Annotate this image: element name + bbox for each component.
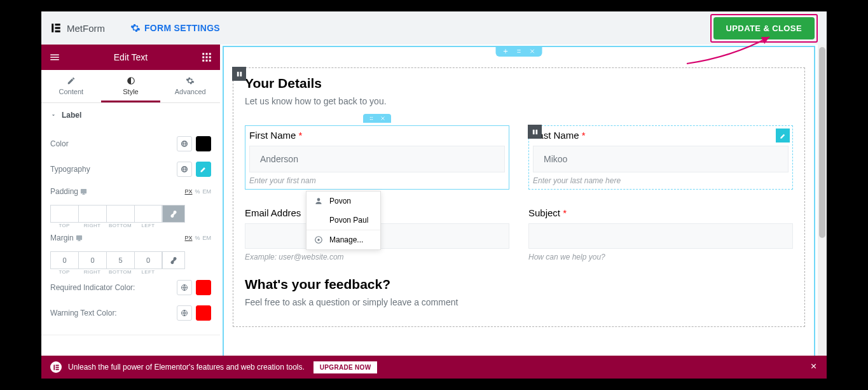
sidebar-header: Edit Text — [41, 45, 220, 70]
unit-px[interactable]: PX — [184, 235, 192, 241]
req-color-swatch[interactable] — [196, 280, 211, 295]
caret-down-icon — [50, 112, 57, 118]
control-color: Color — [50, 131, 211, 157]
pencil-icon — [780, 132, 787, 139]
svg-point-25 — [372, 117, 373, 118]
svg-point-35 — [317, 198, 320, 201]
first-name-label: First Name * — [245, 126, 509, 143]
link-icon — [170, 256, 177, 264]
globe-icon — [181, 165, 188, 173]
form-settings-label: FORM SETTINGS — [144, 23, 220, 33]
global-req-color-button[interactable] — [177, 280, 192, 295]
svg-rect-4 — [202, 53, 204, 55]
control-typography: Typography — [50, 157, 211, 182]
section-toolbar[interactable] — [496, 46, 542, 57]
field-subject[interactable]: Subject * How can we help you? — [528, 207, 793, 261]
margin-top[interactable] — [50, 251, 78, 269]
svg-point-26 — [370, 119, 371, 120]
column-handle[interactable] — [528, 125, 542, 139]
column-handle[interactable] — [232, 67, 246, 81]
upgrade-banner: Unleash the full power of Elementor's fe… — [41, 356, 827, 379]
plus-icon[interactable] — [502, 48, 509, 55]
svg-rect-31 — [53, 365, 55, 370]
autofill-option[interactable]: Povon — [307, 192, 380, 211]
svg-rect-3 — [55, 31, 60, 32]
banner-text: Unleash the full power of Elementor's fe… — [68, 363, 305, 372]
unit-px[interactable]: PX — [184, 188, 192, 195]
close-icon[interactable] — [380, 115, 386, 122]
padding-right[interactable] — [78, 205, 106, 223]
padding-bottom[interactable] — [106, 205, 134, 223]
color-swatch[interactable] — [196, 136, 211, 151]
close-icon[interactable] — [529, 48, 536, 55]
margin-link-toggle[interactable] — [162, 251, 185, 269]
svg-rect-9 — [209, 57, 211, 59]
drag-icon[interactable] — [516, 48, 523, 55]
svg-rect-30 — [535, 129, 537, 134]
autofill-manage[interactable]: Manage... — [307, 230, 380, 249]
unit-pct[interactable]: % — [195, 188, 200, 195]
scroll-thumb[interactable] — [819, 47, 825, 238]
unit-pct[interactable]: % — [195, 235, 200, 241]
unit-em[interactable]: EM — [203, 188, 212, 195]
banner-close-button[interactable] — [809, 362, 818, 372]
gear-icon — [186, 76, 195, 85]
margin-right[interactable] — [78, 251, 106, 269]
svg-rect-8 — [206, 57, 208, 59]
globe-icon — [181, 140, 188, 148]
edit-typo-button[interactable] — [196, 162, 211, 177]
sub-your-details: Let us know how to get back to you. — [245, 96, 793, 106]
tab-advanced[interactable]: Advanced — [160, 70, 220, 102]
padding-left[interactable] — [134, 205, 162, 223]
padding-link-toggle[interactable] — [162, 205, 185, 223]
svg-point-27 — [371, 119, 371, 120]
svg-point-18 — [517, 52, 518, 53]
control-req-color: Required Indicator Color: — [50, 275, 211, 300]
form-settings-link[interactable]: FORM SETTINGS — [130, 23, 220, 33]
heading-feedback: What's your feedback? — [245, 277, 793, 292]
field-first-name[interactable]: First Name * Anderson Enter your first n… — [245, 125, 509, 190]
first-name-hint: Enter your first nam — [245, 175, 509, 189]
global-typo-button[interactable] — [177, 162, 192, 177]
grid-icon[interactable] — [201, 52, 212, 63]
section-label-toggle[interactable]: Label — [41, 103, 220, 127]
global-color-button[interactable] — [177, 136, 192, 151]
svg-rect-33 — [55, 366, 59, 368]
svg-rect-11 — [206, 60, 208, 62]
margin-left[interactable] — [134, 251, 162, 269]
autofill-option[interactable]: Povon Paul — [307, 211, 380, 230]
subject-label: Subject * — [528, 207, 793, 218]
subject-input[interactable] — [528, 223, 793, 249]
edit-widget-button[interactable] — [776, 129, 790, 143]
drag-icon — [368, 115, 375, 122]
tab-style[interactable]: Style — [101, 70, 161, 102]
last-name-input[interactable]: Mikoo — [533, 146, 789, 172]
upgrade-now-button[interactable]: UPGRADE NOW — [313, 361, 378, 373]
column-toolbar[interactable] — [363, 114, 391, 123]
annotation-arrow — [680, 32, 782, 70]
link-icon — [170, 210, 177, 218]
padding-top[interactable] — [50, 205, 78, 223]
scrollbar[interactable] — [818, 45, 827, 379]
last-name-hint: Enter your last name here — [529, 175, 792, 189]
desktop-icon — [80, 188, 87, 195]
first-name-input[interactable]: Anderson — [249, 146, 505, 172]
field-last-name[interactable]: Last Name * Mikoo Enter your last name h… — [528, 125, 793, 190]
warn-color-swatch[interactable] — [196, 305, 211, 321]
global-warn-color-button[interactable] — [177, 305, 192, 321]
margin-inputs — [50, 251, 211, 269]
svg-rect-1 — [55, 24, 60, 25]
column-icon — [236, 71, 243, 78]
svg-rect-10 — [202, 60, 204, 62]
svg-rect-22 — [240, 71, 242, 76]
unit-em[interactable]: EM — [203, 235, 212, 241]
pencil-icon — [200, 165, 207, 173]
pencil-icon — [67, 76, 76, 85]
margin-bottom[interactable] — [106, 251, 134, 269]
last-name-label: Last Name * — [529, 126, 792, 143]
svg-point-37 — [317, 239, 320, 241]
tab-content[interactable]: Content — [41, 70, 101, 102]
user-icon — [314, 197, 323, 205]
menu-icon[interactable] — [49, 52, 60, 63]
heading-your-details: Your Details — [245, 76, 793, 91]
